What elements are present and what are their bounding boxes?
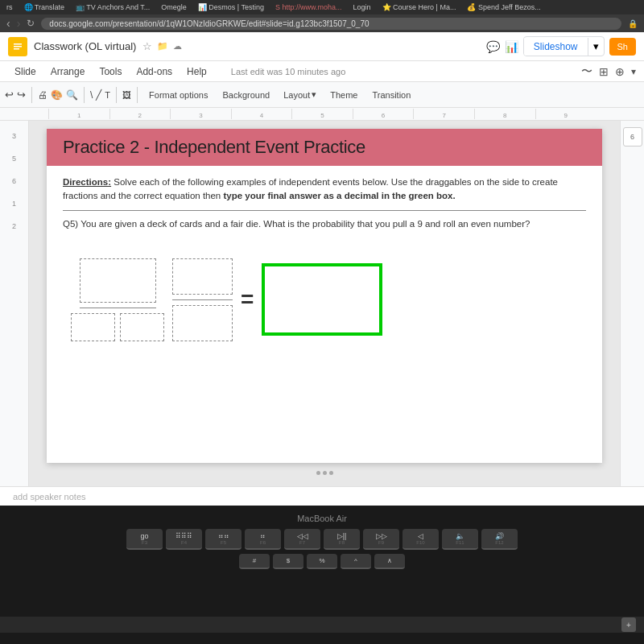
- thumb-3[interactable]: 3: [2, 127, 27, 145]
- key-caret[interactable]: ^: [341, 554, 371, 569]
- key-f5[interactable]: ⠶⠶ F5: [205, 529, 242, 550]
- key-f10[interactable]: ◁ F10: [402, 529, 439, 550]
- tab-desmos[interactable]: 📊 Desmos | Testing: [195, 2, 267, 12]
- keyboard-label: MacBook Air: [297, 512, 347, 525]
- forward-icon[interactable]: ›: [17, 17, 21, 30]
- layout-dropdown[interactable]: Layout▾: [279, 87, 321, 102]
- menu-tools[interactable]: Tools: [93, 64, 128, 80]
- refresh-icon[interactable]: ↻: [27, 18, 35, 29]
- slide-dots: [316, 468, 333, 478]
- menu-addons[interactable]: Add-ons: [130, 64, 179, 80]
- slide-canvas[interactable]: Practice 2 - Independent Event Practice …: [47, 129, 602, 463]
- fraction-divider-2: [172, 299, 233, 300]
- star-icon[interactable]: ☆: [142, 40, 152, 52]
- paint-icon[interactable]: 🎨: [51, 89, 63, 101]
- key-hash[interactable]: #: [239, 554, 270, 569]
- ruler-mark-6: 6: [353, 109, 414, 119]
- fraction-divider-1: [80, 308, 156, 308]
- folder-icon[interactable]: 📁: [157, 41, 168, 52]
- key-up[interactable]: ∧: [374, 554, 405, 569]
- tab-translate[interactable]: 🌐 Translate: [21, 2, 68, 12]
- fraction-bottom-1: [71, 313, 164, 341]
- slideshow-dropdown[interactable]: ▾: [588, 37, 604, 56]
- print-icon[interactable]: 🖨: [38, 89, 47, 101]
- svg-rect-2: [14, 46, 22, 47]
- redo-icon[interactable]: ↪: [17, 89, 26, 101]
- fraction-group-1: [71, 258, 164, 341]
- ruler: 1 2 3 4 5 6 7 8 9: [0, 108, 644, 121]
- menu-arrange[interactable]: Arrange: [44, 64, 92, 80]
- zoom-icon[interactable]: 🔍: [66, 89, 78, 101]
- dropdown-icon[interactable]: ▾: [631, 66, 636, 77]
- transition-btn[interactable]: Transition: [366, 87, 416, 103]
- grid-icon[interactable]: ⊞: [599, 65, 609, 78]
- url-input[interactable]: docs.google.com/presentation/d/1qW1ONzId…: [41, 18, 621, 30]
- dotted-box-2b[interactable]: [172, 305, 233, 341]
- key-f7[interactable]: ◁◁ F7: [284, 529, 320, 550]
- key-percent[interactable]: %: [307, 554, 337, 569]
- key-f6[interactable]: ⠶ F6: [245, 529, 281, 550]
- dotted-box-1b[interactable]: [71, 313, 115, 341]
- key-f8[interactable]: ▷|| F8: [324, 529, 360, 550]
- format-options-btn[interactable]: Format options: [143, 87, 213, 103]
- toolbar-sep-3: [116, 87, 117, 103]
- browser-tab-bar: rs 🌐 Translate 📺 TV Anchors And T... Ome…: [0, 0, 644, 14]
- equals-sign: =: [241, 287, 254, 312]
- answer-box[interactable]: [262, 263, 382, 336]
- dotted-box-2a[interactable]: [172, 258, 233, 295]
- toolbar-sep-4: [137, 87, 138, 103]
- app-menubar: Slide Arrange Tools Add-ons Help Last ed…: [0, 61, 644, 82]
- key-f3[interactable]: go F3: [126, 529, 163, 550]
- key-dollar[interactable]: $: [273, 554, 303, 569]
- expand-icon[interactable]: ⊕: [615, 65, 625, 78]
- svg-rect-1: [14, 43, 22, 45]
- slide-title: Practice 2 - Independent Event Practice: [47, 129, 602, 166]
- menu-right-icons: 〜 ⊞ ⊕ ▾: [581, 64, 636, 79]
- slide-body: Directions: Solve each of the following …: [47, 166, 602, 250]
- dotted-box-1a[interactable]: [80, 258, 156, 303]
- tab-coursehero[interactable]: ⭐ Course Hero | Ma...: [379, 2, 460, 12]
- tab-tv[interactable]: 📺 TV Anchors And T...: [72, 2, 153, 12]
- ruler-mark-5: 5: [291, 109, 353, 119]
- tab-login[interactable]: Login: [350, 2, 374, 12]
- menu-slide[interactable]: Slide: [8, 64, 43, 80]
- tab-rs[interactable]: rs: [3, 2, 16, 12]
- plus-icon[interactable]: +: [621, 617, 636, 632]
- undo-icon[interactable]: ↩: [5, 89, 14, 101]
- image-icon[interactable]: 🖼: [122, 90, 131, 100]
- background-btn[interactable]: Background: [217, 87, 275, 103]
- back-icon[interactable]: ‹: [6, 17, 10, 30]
- thumb-6[interactable]: 6: [2, 172, 27, 190]
- tab-omegle[interactable]: Omegle: [158, 2, 190, 12]
- line-icon[interactable]: ╱: [96, 89, 101, 101]
- theme-btn[interactable]: Theme: [324, 87, 363, 103]
- slide-canvas-area: Practice 2 - Independent Event Practice …: [29, 121, 620, 486]
- tab-bezos[interactable]: 💰 Spend Jeff Bezos...: [464, 2, 543, 12]
- bottom-bar: +: [0, 617, 644, 633]
- slideshow-button[interactable]: Slideshow: [524, 38, 588, 56]
- thumb-2[interactable]: 2: [2, 217, 27, 235]
- thumb-5[interactable]: 5: [2, 150, 27, 167]
- key-f12[interactable]: 🔊 F12: [481, 529, 518, 550]
- thumb-1[interactable]: 1: [2, 195, 27, 213]
- speaker-notes[interactable]: add speaker notes: [0, 486, 644, 506]
- present-icon[interactable]: 📊: [505, 40, 518, 53]
- question-text: Q5) You are given a deck of cards and a …: [63, 217, 586, 231]
- textbox-icon[interactable]: T: [105, 90, 110, 100]
- menu-help[interactable]: Help: [180, 64, 213, 80]
- directions-label: Directions:: [63, 177, 111, 187]
- key-f9[interactable]: ▷▷ F9: [363, 529, 399, 550]
- ruler-mark-2: 2: [109, 109, 171, 119]
- tab-moha[interactable]: S http://www.moha...: [272, 2, 345, 12]
- right-panel: 6: [620, 121, 644, 486]
- dotted-box-1c[interactable]: [120, 313, 164, 341]
- chat-icon[interactable]: 💬: [486, 40, 500, 53]
- cloud-icon[interactable]: ☁: [173, 41, 182, 52]
- key-f11[interactable]: 🔈 F11: [442, 529, 478, 550]
- key-f4[interactable]: ⠿⠿⠿ F4: [166, 529, 202, 550]
- share-button[interactable]: Sh: [609, 38, 636, 56]
- divider: [63, 210, 586, 211]
- right-panel-btn-6[interactable]: 6: [623, 127, 642, 147]
- cursor-icon[interactable]: \: [90, 89, 93, 101]
- fraction-area: =: [47, 250, 602, 349]
